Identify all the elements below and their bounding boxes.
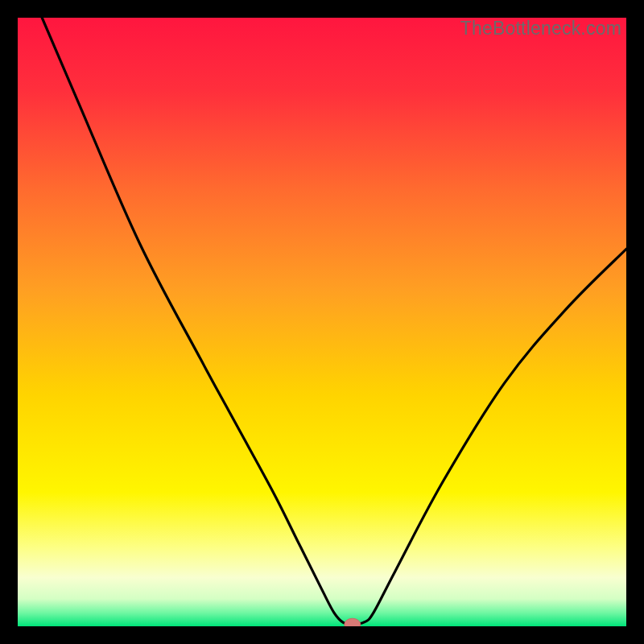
watermark-text: TheBottleneck.com: [460, 18, 621, 39]
chart-frame: TheBottleneck.com: [18, 18, 626, 626]
bottleneck-chart: [18, 18, 626, 626]
gradient-background: [18, 18, 626, 626]
